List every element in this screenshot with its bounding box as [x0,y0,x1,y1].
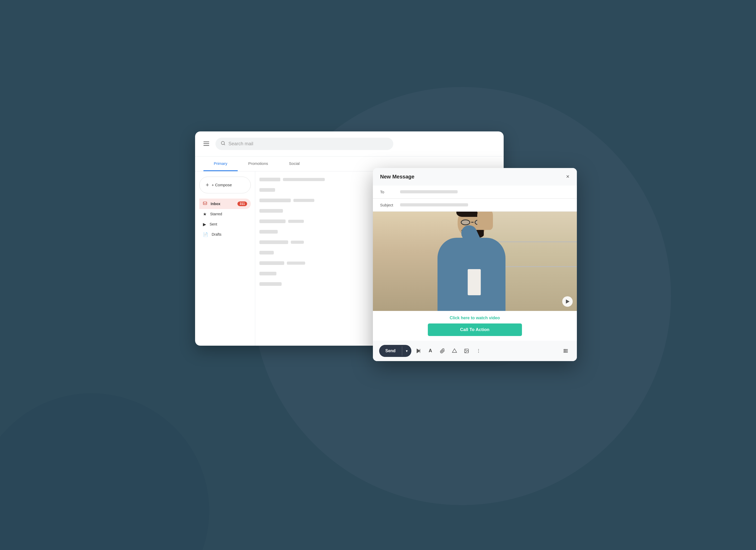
compose-fields: To Subject [373,186,577,212]
skeleton-bar [259,188,275,192]
sidebar-sent-label: Sent [210,222,217,226]
skeleton-bar [259,199,291,202]
play-forward-toolbar-button[interactable] [413,346,423,356]
sidebar-item-inbox[interactable]: Inbox 311 [199,199,251,209]
glasses-bridge [471,222,474,223]
svg-line-1 [224,144,225,145]
play-icon [566,299,570,303]
compose-body-area: Click here to watch video Call To Action [373,212,577,341]
svg-point-6 [465,349,466,350]
sidebar-item-sent[interactable]: ▶ Sent [199,219,251,230]
tab-social[interactable]: Social [278,157,310,171]
search-icon [221,141,225,147]
skeleton-bar [259,220,286,223]
svg-rect-2 [203,202,207,205]
svg-point-7 [478,349,479,349]
inbox-icon [203,201,207,207]
mail-header: Search mail [195,132,504,157]
star-icon: ★ [203,212,207,217]
search-placeholder: Search mail [229,141,253,147]
skeleton-bar [259,261,284,265]
skeleton-bar [288,220,304,223]
bg-blob-bottom-left [0,393,209,550]
skeleton-bar [259,178,280,181]
finger-3 [484,212,487,213]
subject-field: Subject [373,199,577,212]
compose-modal-header: New Message × [373,168,577,186]
image-button[interactable] [462,346,471,356]
strikethrough-format-button[interactable] [561,346,571,356]
format-text-button[interactable]: A [425,346,435,356]
subject-label: Subject [380,203,396,207]
compose-modal-title: New Message [380,174,414,180]
drive-button[interactable] [450,346,459,356]
skeleton-bar [259,241,288,244]
finger-4 [488,212,490,212]
person-fingers [477,212,490,213]
compose-button[interactable]: + + Compose [199,177,251,193]
compose-modal: New Message × To Subject [373,168,577,361]
sidebar-item-drafts[interactable]: 📄 Drafts [199,230,251,240]
cta-button[interactable]: Call To Action [428,323,522,336]
to-value-skeleton [400,190,458,193]
skeleton-bar [259,251,274,255]
format-text-icon: A [429,348,432,353]
glasses-left [461,220,470,225]
drafts-icon: 📄 [203,232,208,237]
shelf-line-1 [485,242,577,242]
skeleton-bar [293,199,314,202]
person-undershirt [468,269,481,295]
mail-sidebar: + + Compose Inbox 311 ★ Starred ▶ Sent [195,172,255,346]
svg-point-9 [478,352,479,353]
more-options-button[interactable] [474,346,484,356]
subject-value-skeleton [400,203,468,207]
skeleton-bar [259,209,283,213]
sidebar-starred-label: Starred [210,212,222,216]
finger-1 [477,212,480,213]
watch-video-link[interactable]: Click here to watch video [450,315,500,320]
inbox-badge: 311 [237,202,247,206]
to-field: To [373,186,577,199]
chevron-down-icon: ▾ [406,349,408,353]
person-hand [477,212,493,230]
search-bar[interactable]: Search mail [215,138,393,150]
send-button-group: Send ▾ [379,345,411,357]
send-dropdown-button[interactable]: ▾ [402,345,411,357]
compose-plus-icon: + [206,182,209,188]
skeleton-bar [291,241,304,244]
svg-point-8 [478,350,479,351]
skeleton-bar [259,282,282,286]
sent-icon: ▶ [203,222,206,227]
attachment-button[interactable] [437,346,447,356]
sidebar-drafts-label: Drafts [212,232,221,237]
scene-wrapper: Search mail Primary Promotions Social + … [195,132,561,419]
skeleton-bar [283,178,325,181]
to-label: To [380,190,396,194]
tab-primary[interactable]: Primary [203,157,238,171]
send-button[interactable]: Send [379,345,402,357]
tab-promotions[interactable]: Promotions [238,157,278,171]
svg-marker-3 [417,349,420,353]
skeleton-bar [259,272,276,275]
video-thumbnail [373,212,577,311]
close-button[interactable]: × [566,174,570,180]
skeleton-bar [287,262,305,265]
skeleton-bar [259,230,278,234]
compose-toolbar: Send ▾ A [373,341,577,361]
hamburger-icon[interactable] [203,142,209,146]
compose-button-label: + Compose [212,183,232,187]
sidebar-item-starred[interactable]: ★ Starred [199,209,251,219]
video-cta-area: Click here to watch video Call To Action [373,311,577,341]
video-play-overlay[interactable] [562,296,573,307]
sidebar-inbox-label: Inbox [211,202,220,206]
finger-2 [481,212,483,214]
